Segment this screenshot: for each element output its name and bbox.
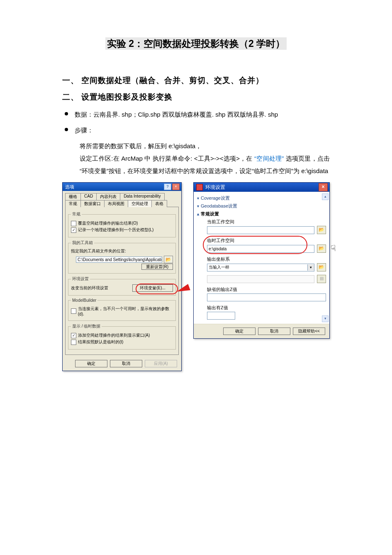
- env-desc: 改变当前的环境设置: [71, 285, 108, 291]
- chk-overwrite-label: 覆盖空间处理操作的输出结果(O): [78, 220, 138, 226]
- group-toolbox: 我的工具箱 指定我的工具箱文件夹的位置: C:\Documents and Se…: [68, 240, 176, 274]
- browse-folder-button[interactable]: [317, 263, 326, 271]
- toolbox-path-input[interactable]: C:\Documents and Settings\kchyang\Applic…: [76, 257, 162, 263]
- properties-button[interactable]: ▤: [317, 275, 326, 283]
- tab-geoprocessing[interactable]: 空间处理: [128, 200, 152, 207]
- section-2-heading: 二、 设置地图投影及投影变换: [62, 92, 330, 103]
- help-button[interactable]: ?: [164, 183, 171, 190]
- group-general: 常规 覆盖空间处理操作的输出结果(O) ✓ 记录一个地理处理操作到一个历史模型(…: [68, 211, 176, 237]
- browse-folder-button[interactable]: [164, 256, 173, 263]
- options-tab-body: 常规 覆盖空间处理操作的输出结果(O) ✓ 记录一个地理处理操作到一个历史模型(…: [65, 207, 179, 355]
- options-titlebar: 选项 ? ×: [63, 183, 181, 191]
- reset-button[interactable]: 重新设置(R): [141, 264, 173, 270]
- bullet-icon: [65, 112, 68, 115]
- chk-add-result[interactable]: ✓: [71, 333, 76, 338]
- environment-titlebar: 环境设置 ×: [194, 183, 329, 192]
- has-z-label: 输出有Z值: [207, 305, 326, 311]
- group-environment-legend: 环境设置: [71, 276, 90, 282]
- bullet-data: 数据：云南县界. shp；Clip.shp 西双版纳森林覆盖. shp 西双版纳…: [62, 108, 330, 121]
- temp-workspace-input[interactable]: e:\gisdata: [207, 245, 314, 253]
- section-general[interactable]: ▴ 常规设置: [197, 210, 326, 218]
- environment-button-bar: 确定 取消 隐藏帮助<<: [194, 324, 329, 338]
- group-display-legend: 显示 / 临时数据: [71, 323, 102, 329]
- chevron-down-icon: ▾: [307, 264, 314, 271]
- bullet-data-text: 数据：云南县界. shp；Clip.shp 西双版纳森林覆盖. shp 西双版纳…: [75, 108, 278, 121]
- annotation-arrow-icon: [175, 284, 190, 295]
- caret-icon: ▾: [197, 196, 199, 200]
- tab-toc[interactable]: 内容列表: [96, 193, 120, 200]
- ok-button[interactable]: 确定: [75, 360, 107, 367]
- chk-history-label: 记录一个地理处理操作到一个历史模型(L): [78, 227, 153, 233]
- chk-temp-row: 结果按照默认是临时的(t): [71, 339, 173, 345]
- chk-overwrite[interactable]: [71, 221, 76, 226]
- tab-data-interop[interactable]: Data Interoperability: [120, 193, 165, 200]
- scroll-down-button[interactable]: ▾: [322, 315, 329, 322]
- step-line-2: 设定工作区:在 ArcMap 中 执行菜单命令: <工具>-><选项>，在 “空…: [80, 152, 330, 177]
- group-modelbuilder: ModelBuilder 当连接元素，当不只一个可用时，显示有效的参数(d).: [68, 298, 176, 321]
- cancel-button[interactable]: 取消: [258, 328, 290, 335]
- section-1-heading: 一、 空间数据处理（融合、合并、剪切、交叉、合并）: [62, 75, 330, 86]
- chk-temp[interactable]: [71, 340, 76, 345]
- output-coord-detail-input[interactable]: [207, 275, 314, 283]
- current-workspace-input[interactable]: [207, 226, 314, 234]
- tab-layout-view[interactable]: 布局视图: [104, 200, 128, 207]
- section-general-label: 常规设置: [201, 211, 219, 217]
- section-geodatabase-label: Geodatabase设置: [201, 203, 237, 209]
- scroll-up-button[interactable]: ▴: [322, 193, 329, 200]
- tab-general[interactable]: 常规: [65, 200, 81, 207]
- chk-overwrite-row: 覆盖空间处理操作的输出结果(O): [71, 220, 173, 226]
- chk-history[interactable]: ✓: [71, 227, 76, 233]
- caret-icon: ▾: [197, 204, 199, 208]
- tab-data-window[interactable]: 数据窗口: [80, 200, 105, 207]
- output-coord-label: 输出坐标系: [207, 256, 326, 262]
- apply-button[interactable]: 应用(A): [145, 360, 177, 367]
- options-tabs-row2: 常规 数据窗口 布局视图 空间处理 表格: [63, 200, 181, 207]
- browse-folder-button[interactable]: [317, 244, 326, 253]
- chk-mb[interactable]: [71, 308, 76, 314]
- cursor-hand-icon: ☟: [330, 243, 337, 254]
- screenshot-row: 选项 ? × 栅格 CAD 内容列表 Data Interoperability…: [62, 182, 330, 371]
- default-z-label: 缺省的输出Z值: [207, 286, 326, 293]
- close-button[interactable]: ×: [172, 183, 180, 190]
- has-z-input[interactable]: [207, 312, 235, 320]
- browse-folder-button[interactable]: [317, 226, 326, 234]
- doc-title-wrap: 实验 2：空间数据处理投影转换（2 学时）: [62, 37, 330, 50]
- step-line-2a: 设定工作区:在 ArcMap 中 执行菜单命令: <工具>-><选项>，在: [80, 155, 253, 162]
- chk-history-row: ✓ 记录一个地理处理操作到一个历史模型(L): [71, 227, 173, 233]
- chk-add-result-row: ✓ 添加空间处理操作的结果到显示窗口(A): [71, 333, 173, 338]
- options-tabs-row1: 栅格 CAD 内容列表 Data Interoperability: [63, 191, 181, 200]
- tab-raster[interactable]: 栅格: [65, 193, 81, 200]
- doc-title: 实验 2：空间数据处理投影转换（2 学时）: [105, 37, 287, 50]
- caret-icon: ▴: [197, 212, 199, 216]
- toolbox-desc: 指定我的工具箱文件夹的位置:: [71, 248, 173, 254]
- section-coverage-label: Coverage设置: [201, 195, 230, 201]
- general-section-body: 当前工作空间 临时工作空间 e:\gisdata ☟: [207, 219, 326, 320]
- tab-cad[interactable]: CAD: [80, 193, 97, 200]
- close-button[interactable]: ×: [319, 183, 328, 191]
- bullet-data-value: 云南县界. shp；Clip.shp 西双版纳森林覆盖. shp 西双版纳县界.…: [93, 111, 278, 118]
- default-z-input[interactable]: [207, 293, 326, 301]
- section-geodatabase[interactable]: ▾ Geodatabase设置: [197, 202, 326, 210]
- group-display: 显示 / 临时数据 ✓ 添加空间处理操作的结果到显示窗口(A) 结果按照默认是临…: [68, 323, 176, 350]
- environment-body: ▴ ▾ Coverage设置 ▾ Geodatabase设置 ▴ 常规设置 当前…: [194, 192, 329, 324]
- environment-variables-button[interactable]: 环境变量(E)...: [132, 284, 173, 292]
- bullet-icon: [65, 128, 68, 131]
- temp-workspace-label: 临时工作空间: [207, 237, 326, 244]
- group-modelbuilder-legend: ModelBuilder: [71, 298, 97, 303]
- cancel-button[interactable]: 取消: [110, 360, 142, 367]
- chk-temp-label: 结果按照默认是临时的(t): [78, 339, 123, 345]
- bullet-steps: 步骤：: [62, 124, 330, 137]
- bullet-data-label: 数据：: [75, 111, 93, 118]
- group-environment: 环境设置 改变当前的环境设置 环境变量(E)...: [68, 276, 176, 296]
- hide-help-button[interactable]: 隐藏帮助<<: [293, 328, 325, 335]
- group-toolbox-legend: 我的工具箱: [71, 240, 94, 246]
- environment-dialog: 环境设置 × ▴ ▾ Coverage设置 ▾ Geodatabase设置 ▴ …: [193, 182, 330, 339]
- chk-mb-row: 当连接元素，当不只一个可用时，显示有效的参数(d).: [71, 306, 173, 316]
- document-page: 实验 2：空间数据处理投影转换（2 学时） 一、 空间数据处理（融合、合并、剪切…: [0, 0, 392, 555]
- output-coord-select[interactable]: 当输入一样 ▾: [207, 264, 314, 271]
- chk-add-result-label: 添加空间处理操作的结果到显示窗口(A): [78, 333, 150, 338]
- bullet-steps-label: 步骤：: [75, 124, 93, 137]
- tab-tables[interactable]: 表格: [151, 200, 167, 207]
- section-coverage[interactable]: ▾ Coverage设置: [197, 194, 326, 202]
- ok-button[interactable]: 确定: [223, 328, 256, 335]
